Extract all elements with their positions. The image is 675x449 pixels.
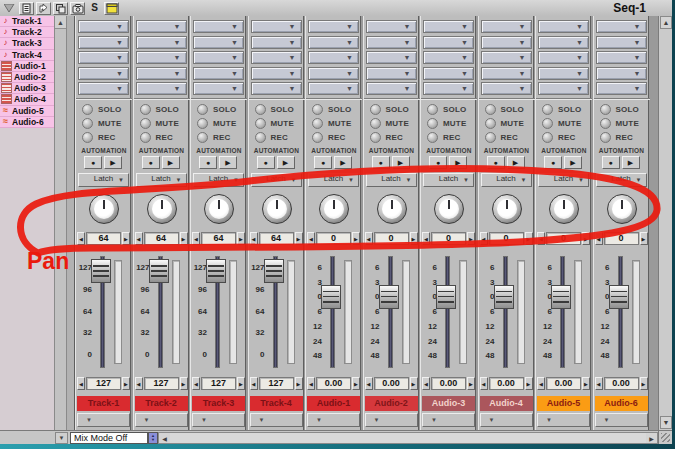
strip-track-name[interactable]: Audio-1 [307, 396, 360, 411]
pan-increment-icon[interactable]: ▶ [410, 232, 418, 245]
pan-value[interactable]: 64 [201, 232, 236, 245]
insert-slot-dropdown[interactable]: ▼ [308, 36, 359, 49]
automation-read-button[interactable]: ▶ [392, 156, 410, 169]
mute-button[interactable] [370, 118, 381, 129]
automation-write-button[interactable]: ● [487, 156, 505, 169]
volume-value[interactable]: 127 [201, 377, 236, 390]
mute-button[interactable] [82, 118, 93, 129]
output-dropdown[interactable]: ▼ [77, 413, 130, 427]
strip-track-name[interactable]: Audio-5 [537, 396, 590, 411]
track-list-scrollbar[interactable]: ▲ [55, 16, 67, 430]
automation-read-button[interactable]: ▶ [104, 156, 122, 169]
document-icon[interactable] [19, 2, 34, 15]
solo-button[interactable] [197, 104, 208, 115]
sidebar-track-item[interactable]: Audio-1 [0, 61, 54, 72]
insert-slot-dropdown[interactable]: ▼ [481, 67, 532, 80]
volume-value[interactable]: 0.00 [546, 377, 581, 390]
strip-track-name[interactable]: Track-1 [77, 396, 130, 411]
insert-slot-dropdown[interactable]: ▼ [251, 51, 302, 64]
fader-track[interactable] [445, 256, 450, 368]
pan-increment-icon[interactable]: ▶ [237, 232, 245, 245]
solo-button[interactable] [140, 104, 151, 115]
pan-decrement-icon[interactable]: ◀ [307, 232, 315, 245]
solo-button[interactable] [600, 104, 611, 115]
volume-value[interactable]: 0.00 [489, 377, 524, 390]
insert-slot-dropdown[interactable]: ▼ [78, 51, 129, 64]
overlap-squares-icon[interactable] [53, 2, 68, 15]
volume-decrement-icon[interactable]: ◀ [595, 377, 603, 390]
output-dropdown[interactable]: ▼ [192, 413, 245, 427]
pan-value[interactable]: 0 [374, 232, 409, 245]
automation-write-button[interactable]: ● [314, 156, 332, 169]
fader-track[interactable] [503, 256, 508, 368]
pan-value[interactable]: 0 [546, 232, 581, 245]
pan-knob[interactable] [147, 194, 177, 224]
volume-increment-icon[interactable]: ▶ [237, 377, 245, 390]
volume-decrement-icon[interactable]: ◀ [250, 377, 258, 390]
camera-icon[interactable] [70, 2, 85, 15]
output-dropdown[interactable]: ▼ [307, 413, 360, 427]
insert-slot-dropdown[interactable]: ▼ [193, 82, 244, 95]
pan-knob[interactable] [377, 194, 407, 224]
sidebar-track-item[interactable]: Audio-4 [0, 94, 54, 105]
insert-slot-dropdown[interactable]: ▼ [251, 82, 302, 95]
sidebar-track-item[interactable]: ♪ Track-4 [0, 50, 54, 61]
automation-read-button[interactable]: ▶ [449, 156, 467, 169]
insert-slot-dropdown[interactable]: ▼ [423, 36, 474, 49]
horizontal-scrollbar[interactable]: ◀ ▶ [158, 432, 658, 444]
insert-slot-dropdown[interactable]: ▼ [538, 67, 589, 80]
sidebar-track-item[interactable]: ≈ Audio-6 [0, 117, 54, 128]
volume-increment-icon[interactable]: ▶ [352, 377, 360, 390]
automation-mode-dropdown[interactable]: Latch ▼ [193, 173, 244, 187]
strip-track-name[interactable]: Track-4 [250, 396, 303, 411]
insert-slot-dropdown[interactable]: ▼ [596, 20, 647, 33]
scroll-up-icon[interactable]: ▲ [660, 16, 672, 29]
insert-slot-dropdown[interactable]: ▼ [366, 67, 417, 80]
rec-button[interactable] [485, 132, 496, 143]
solo-button[interactable] [255, 104, 266, 115]
volume-increment-icon[interactable]: ▶ [640, 377, 648, 390]
fader-handle[interactable] [206, 259, 226, 283]
insert-slot-dropdown[interactable]: ▼ [136, 67, 187, 80]
insert-slot-dropdown[interactable]: ▼ [193, 51, 244, 64]
automation-mode-dropdown[interactable]: Latch ▼ [596, 173, 647, 187]
insert-slot-dropdown[interactable]: ▼ [308, 82, 359, 95]
sidebar-track-item[interactable]: Audio-2 [0, 72, 54, 83]
output-dropdown[interactable]: ▼ [422, 413, 475, 427]
pan-increment-icon[interactable]: ▶ [122, 232, 130, 245]
insert-slot-dropdown[interactable]: ▼ [251, 67, 302, 80]
rec-button[interactable] [542, 132, 553, 143]
sidebar-track-item[interactable]: Audio-3 [0, 83, 54, 94]
pan-decrement-icon[interactable]: ◀ [422, 232, 430, 245]
volume-value[interactable]: 127 [144, 377, 179, 390]
mute-button[interactable] [600, 118, 611, 129]
automation-write-button[interactable]: ● [84, 156, 102, 169]
strip-track-name[interactable]: Track-3 [192, 396, 245, 411]
insert-slot-dropdown[interactable]: ▼ [366, 20, 417, 33]
mute-button[interactable] [312, 118, 323, 129]
insert-slot-dropdown[interactable]: ▼ [423, 51, 474, 64]
fader-handle[interactable] [494, 285, 514, 309]
volume-value[interactable]: 0.00 [374, 377, 409, 390]
strip-track-name[interactable]: Audio-2 [365, 396, 418, 411]
insert-slot-dropdown[interactable]: ▼ [423, 82, 474, 95]
insert-slot-dropdown[interactable]: ▼ [423, 20, 474, 33]
insert-slot-dropdown[interactable]: ▼ [193, 20, 244, 33]
automation-read-button[interactable]: ▶ [507, 156, 525, 169]
insert-slot-dropdown[interactable]: ▼ [308, 51, 359, 64]
output-dropdown[interactable]: ▼ [365, 413, 418, 427]
solo-button[interactable] [82, 104, 93, 115]
insert-slot-dropdown[interactable]: ▼ [308, 20, 359, 33]
pan-decrement-icon[interactable]: ◀ [77, 232, 85, 245]
volume-decrement-icon[interactable]: ◀ [537, 377, 545, 390]
automation-mode-dropdown[interactable]: Latch ▼ [308, 173, 359, 187]
pan-value[interactable]: 64 [259, 232, 294, 245]
mute-button[interactable] [140, 118, 151, 129]
strip-track-name[interactable]: Audio-6 [595, 396, 648, 411]
automation-read-button[interactable]: ▶ [334, 156, 352, 169]
fader-handle[interactable] [551, 285, 571, 309]
scroll-left-icon[interactable]: ◀ [159, 433, 170, 443]
pan-value[interactable]: 64 [144, 232, 179, 245]
insert-slot-dropdown[interactable]: ▼ [538, 20, 589, 33]
insert-slot-dropdown[interactable]: ▼ [136, 36, 187, 49]
